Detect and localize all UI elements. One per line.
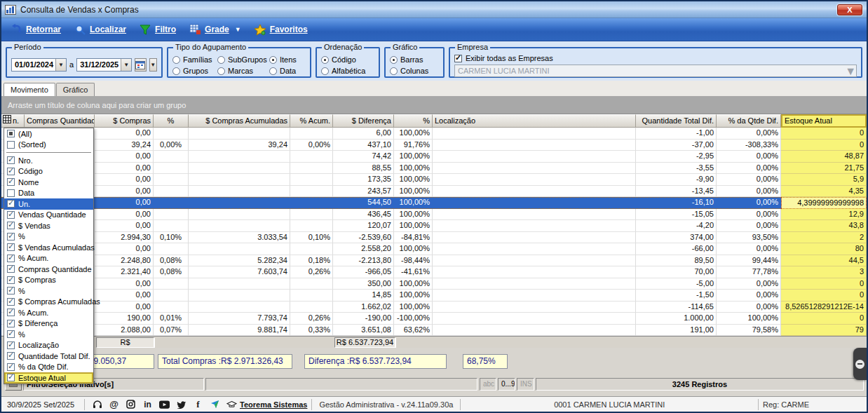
checkbox-icon[interactable] — [7, 255, 15, 262]
grid-cell[interactable] — [189, 163, 290, 175]
grid-cell[interactable]: 4,39999999999998 — [781, 197, 867, 209]
grid-cell[interactable]: -84,81% — [394, 232, 433, 244]
grid-cell[interactable]: -9,90 — [636, 174, 717, 186]
grid-cell[interactable]: 2.248,80 — [95, 255, 154, 267]
grid-cell[interactable] — [154, 174, 189, 186]
grid-row[interactable]: 39,240,00%39,240,00%437,1091,76%-37,00-3… — [1, 140, 867, 151]
grid-cell[interactable]: 88,55 — [333, 163, 394, 175]
column-chooser-icon[interactable] — [3, 115, 11, 127]
grid-cell[interactable]: 0,00 — [95, 243, 154, 255]
grid-cell[interactable]: 0,00 — [95, 220, 154, 232]
floating-widget[interactable] — [853, 348, 867, 380]
grid-cell[interactable]: 8,5265128291212E-14 — [781, 302, 867, 313]
column-header-quantidade-total-dif[interactable]: Quantidade Total Dif. — [636, 114, 717, 128]
column-header-pct[interactable]: % — [154, 114, 189, 128]
checkbox-icon[interactable] — [7, 309, 15, 316]
grid-row[interactable]: 0,00243,57100,00%-13,450,00%4,35 — [1, 186, 867, 198]
chevron-down-icon[interactable]: ▼ — [55, 59, 66, 71]
grid-cell[interactable] — [154, 243, 189, 255]
toolbar-button-filtro[interactable]: Filtro — [139, 23, 176, 36]
grid-row[interactable]: 2.994,300,10%3.033,540,10%-2.539,60-84,8… — [1, 232, 867, 244]
column-header-localiza-o[interactable]: Localização — [433, 114, 636, 128]
column-chooser-item-c-digo[interactable]: Código — [4, 166, 93, 177]
column-chooser-item-vendas[interactable]: $ Vendas — [4, 220, 93, 231]
grid-cell[interactable] — [189, 151, 290, 163]
column-chooser-item-sorted[interactable]: (Sorted) — [4, 140, 93, 151]
grid-cell[interactable]: 0,00% — [717, 209, 781, 221]
grid-cell[interactable]: 0,00% — [717, 186, 781, 198]
checkbox-icon[interactable] — [7, 189, 15, 197]
grid-cell[interactable]: 0,10% — [290, 232, 333, 244]
close-button[interactable]: X — [837, 4, 862, 15]
grid-cell[interactable]: 43,8 — [781, 220, 867, 232]
grid-cell[interactable]: 0,00 — [95, 174, 154, 186]
grid-cell[interactable]: 44,5 — [781, 255, 867, 267]
column-chooser-item-compras-acumuladas[interactable]: $ Compras Acumuladas — [4, 297, 93, 308]
checkbox-icon[interactable] — [7, 156, 15, 164]
grid-cell[interactable]: 79,58% — [717, 325, 781, 337]
grid-cell[interactable]: 0,10% — [154, 232, 189, 244]
grid-cell[interactable]: 2.321,40 — [95, 266, 154, 278]
grid-row[interactable]: 0,00173,35100,00%-9,900,00%5,9 — [1, 174, 867, 186]
column-header-n[interactable]: n. — [1, 114, 25, 128]
grid-row[interactable]: 0,00350,00100,00%-5,000,00%0 — [1, 278, 867, 290]
checkbox-icon[interactable] — [7, 178, 15, 186]
grid-cell[interactable]: 436,45 — [333, 209, 394, 221]
grid-cell[interactable]: 0,00% — [717, 174, 781, 186]
grid-cell[interactable]: 0,33% — [290, 325, 333, 337]
checkbox-icon[interactable] — [7, 320, 15, 327]
grid-cell[interactable]: 0,08% — [154, 255, 189, 267]
column-chooser-item-all[interactable]: (All) — [4, 128, 93, 140]
checkbox-icon[interactable] — [7, 276, 15, 284]
grid-cell[interactable]: 3.033,54 — [189, 232, 290, 244]
radio-colunas[interactable]: Colunas — [390, 67, 439, 75]
radio-c-digo[interactable]: Código — [321, 55, 374, 64]
grid-cell[interactable]: 0 — [781, 128, 867, 140]
grid-cell[interactable] — [433, 313, 636, 325]
grid-cell[interactable] — [189, 209, 290, 221]
grid-cell[interactable]: 0,08% — [154, 266, 189, 278]
grid-cell[interactable]: 0,26% — [290, 313, 333, 325]
grid-cell[interactable]: 0,00 — [95, 290, 154, 302]
twitter-icon[interactable] — [176, 399, 187, 409]
grid-row[interactable]: 0,0074,42100,00%-2,950,00%48,87 — [1, 151, 867, 163]
grid-cell[interactable]: 0,00% — [717, 128, 781, 140]
column-chooser-item-nro[interactable]: Nro. — [4, 155, 93, 166]
grid-row[interactable]: 0,00436,45100,00%-15,050,00%12,9 — [1, 209, 867, 221]
grid-row[interactable]: 2.321,400,08%7.603,740,26%-966,05-41,61%… — [1, 266, 867, 278]
date-from-combo[interactable]: 01/01/2024 ▼ — [11, 58, 67, 72]
grid-cell[interactable] — [433, 325, 636, 337]
grid-cell[interactable]: 0,00 — [95, 197, 154, 209]
grid-cell[interactable]: 1.662,02 — [333, 302, 394, 313]
grid-cell[interactable]: 0,00% — [290, 140, 333, 151]
grid-cell[interactable]: 100,00% — [394, 243, 433, 255]
grid-cell[interactable]: -4,20 — [636, 220, 717, 232]
grid-cell[interactable]: -66,00 — [636, 243, 717, 255]
grid-cell[interactable] — [433, 266, 636, 278]
grid-cell[interactable] — [290, 220, 333, 232]
grid-cell[interactable] — [154, 290, 189, 302]
grid-cell[interactable]: 0 — [781, 140, 867, 151]
radio-data[interactable]: Data — [269, 67, 306, 75]
grid-cell[interactable]: -1,00 — [636, 128, 717, 140]
grid-row[interactable]: 0,00120,07100,00%-4,200,00%43,8 — [1, 220, 867, 232]
grid-cell[interactable]: 91,76% — [394, 140, 433, 151]
grid-cell[interactable] — [290, 163, 333, 175]
grid-cell[interactable]: -2.539,60 — [333, 232, 394, 244]
column-chooser-item-nome[interactable]: Nome — [4, 177, 93, 188]
grid-cell[interactable]: 0,00 — [95, 163, 154, 175]
grid-cell[interactable] — [189, 174, 290, 186]
grid-cell[interactable] — [290, 278, 333, 290]
grid-cell[interactable]: -100,00% — [394, 313, 433, 325]
grid-cell[interactable]: 190,00 — [95, 313, 154, 325]
grid-cell[interactable]: 39,24 — [95, 140, 154, 151]
grid-cell[interactable] — [433, 197, 636, 209]
grid-cell[interactable]: 0,18% — [290, 255, 333, 267]
checkbox-icon[interactable] — [7, 330, 15, 338]
grid-cell[interactable]: 77,78% — [717, 266, 781, 278]
grid-cell[interactable]: -1,50 — [636, 290, 717, 302]
column-chooser-item-vendas-quantidade[interactable]: Vendas Quantidade — [4, 210, 93, 221]
column-chooser-item-quantidade-total-dif[interactable]: Quantidade Total Dif. — [4, 351, 93, 362]
grid-cell[interactable] — [154, 151, 189, 163]
chevron-down-icon[interactable]: ▼ — [121, 59, 131, 71]
